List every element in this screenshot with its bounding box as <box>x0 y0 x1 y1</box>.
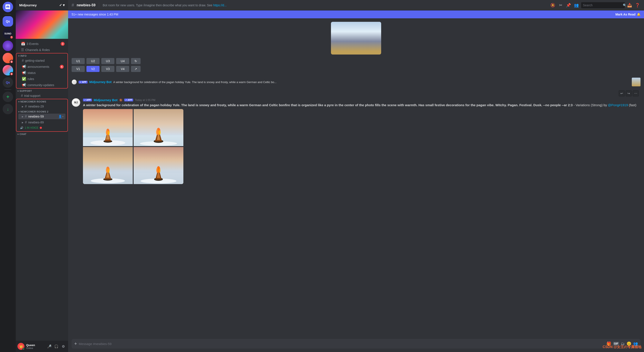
gift-button[interactable]: 🎁 <box>606 341 611 346</box>
forward-button[interactable]: ↪ <box>626 90 632 96</box>
v3-button[interactable]: V3 <box>101 66 114 72</box>
channels-roles-label: Channels & Roles <box>25 48 64 52</box>
emoji-button[interactable]: 😊 <box>626 341 631 346</box>
server-icon-red[interactable]: 6 <box>2 53 13 63</box>
u4-button[interactable]: U4 <box>116 58 129 64</box>
server-icon-suno[interactable]: SUNO 7 <box>2 28 13 39</box>
server-label-suno: SUNO <box>4 32 11 35</box>
notification-icon: 🔕 <box>119 99 122 102</box>
expand-arrow-89: ▶ <box>22 121 24 124</box>
channel-getting-started[interactable]: # getting-started <box>18 58 66 63</box>
messages-area: U1 U2 U3 U4 ↻ V1 V2 V3 V4 ↗ MJ ✓ APP Mid… <box>68 18 644 339</box>
image-cell-1[interactable] <box>83 109 133 146</box>
compact-message: MJ ✓ APP Midjourney Bot A winter backgro… <box>72 77 640 87</box>
channel-newbies-29[interactable]: ▶ # newbies-29 <box>18 104 66 109</box>
message-input[interactable] <box>79 342 605 346</box>
u2-button[interactable]: U2 <box>86 58 100 64</box>
server-separator-2 <box>4 89 11 90</box>
channel-name-rules: rules <box>28 77 64 81</box>
channel-name-newbies-59: newbies-59 <box>28 115 57 118</box>
server-icon-qs2[interactable]: Qs <box>2 77 13 88</box>
red-notification-badge: 6 <box>10 60 14 64</box>
inbox-button[interactable]: 📥 <box>626 2 633 8</box>
username: Queen <box>26 344 44 347</box>
svg-point-8 <box>106 130 108 135</box>
message-avatar-mj: MJ <box>72 98 80 107</box>
new-messages-text: 51+ new messages since 1:43 PM <box>72 13 118 16</box>
channel-newbies-89[interactable]: ▶ # newbies-89 <box>18 119 66 125</box>
message-mention[interactable]: @Pong#1919 <box>608 103 628 107</box>
message-content: ✓ APP Midjourney Bot 🔕 ✓ APP Today at 1:… <box>83 98 640 184</box>
mute-button[interactable]: 🎤̶ <box>46 343 52 350</box>
category-arrow-support: ▾ <box>18 90 19 92</box>
v1-button[interactable]: V1 <box>72 66 85 72</box>
search-bar[interactable]: 🔍 <box>581 2 625 8</box>
server-icon-discord-home[interactable] <box>2 2 13 12</box>
channel-announcements[interactable]: 📢 announcements 6 <box>18 64 66 69</box>
user-avatar-icon: 👑 <box>19 345 23 348</box>
topic-link[interactable]: https://d... <box>213 3 226 7</box>
help-button[interactable]: ❓ <box>634 2 640 8</box>
compact-author: Midjourney Bot <box>89 80 112 84</box>
image-cell-2[interactable] <box>134 109 184 146</box>
main-content: # newbies-59 Bot room for new users. Typ… <box>68 0 644 352</box>
image-cell-4[interactable] <box>134 147 184 184</box>
channel-newbies-59[interactable]: ▶ # newbies-59 👤+ <box>18 114 66 119</box>
add-member-button[interactable]: 👥 <box>573 2 580 8</box>
mute-channel-button[interactable]: ✂ <box>558 2 564 8</box>
add-user-icon-59[interactable]: 👤+ <box>58 115 64 118</box>
events-item[interactable]: 📅 3 Events 3 <box>18 41 66 47</box>
calendar-icon: 📅 <box>21 42 25 46</box>
server-header[interactable]: Midjourney ✓ ▾ <box>16 0 68 10</box>
user-status-dot <box>22 348 25 350</box>
category-newcomer-rooms-2[interactable]: ▾ NEWCOMER ROOMS 2 <box>16 109 67 113</box>
user-area: 👑 Queen Online 🎤̶ 🎧 ⚙ <box>16 341 68 352</box>
server-icon-purple[interactable] <box>2 40 13 51</box>
message-timestamp: Today at 1:55 PM <box>135 99 155 102</box>
category-chat[interactable]: ▾ CHAT <box>16 132 68 136</box>
settings-button[interactable]: ⚙ <box>60 343 66 350</box>
search-icon: 🔍 <box>623 3 626 7</box>
category-arrow-newcomer-2: ▾ <box>18 111 20 113</box>
channels-roles-item[interactable]: ☰ Channels & Roles <box>18 47 66 53</box>
search-input[interactable] <box>583 3 621 7</box>
compact-app-badge: ✓ APP <box>78 81 88 83</box>
category-support[interactable]: ▾ SUPPORT <box>16 89 68 93</box>
add-server-button[interactable]: + <box>2 92 13 102</box>
sticker-button[interactable]: 🗂 <box>621 342 625 346</box>
svg-point-35 <box>156 168 158 173</box>
bell-icon: 🔔 <box>637 13 640 16</box>
v2-button[interactable]: V2 <box>86 66 100 72</box>
u3-button[interactable]: U3 <box>101 58 114 64</box>
channel-rules[interactable]: ✅ rules <box>18 76 66 82</box>
category-label-chat: CHAT <box>20 133 27 135</box>
open-button[interactable]: ↗ <box>131 66 140 72</box>
bell-slash-button[interactable]: 🔕 <box>550 2 556 8</box>
image-cell-3[interactable] <box>83 147 133 184</box>
add-attachment-button[interactable]: + <box>74 341 77 347</box>
add-people-button[interactable]: 👥 <box>633 341 638 346</box>
channel-trial-support[interactable]: # trial-support <box>18 93 66 99</box>
reply-button[interactable]: ↩ <box>619 90 625 96</box>
server-icon-qs[interactable]: Qs <box>2 16 13 27</box>
more-button[interactable]: ⋯ <box>633 90 639 96</box>
pin-button[interactable]: 📌 <box>566 2 572 8</box>
refresh-button[interactable]: ↻ <box>131 58 140 64</box>
mark-as-read-button[interactable]: Mark As Read 🔔 <box>616 13 640 16</box>
deafen-button[interactable]: 🎧 <box>53 343 60 350</box>
voice-user-dot <box>40 127 42 129</box>
message-input-box: + 🎁 GIF 🗂 😊 👥 <box>72 339 640 349</box>
category-info[interactable]: ▾ INFO <box>16 54 67 57</box>
server-icon-rainbow[interactable]: 6 <box>2 65 13 75</box>
download-icon: ↓ <box>7 107 9 112</box>
channel-status[interactable]: 📢 status <box>18 70 66 76</box>
v4-button[interactable]: V4 <box>116 66 129 72</box>
gif-button[interactable]: GIF <box>613 342 619 346</box>
add-server-icon: + <box>6 94 10 100</box>
category-label-support: SUPPORT <box>20 90 32 92</box>
channel-header-name: newbies-59 <box>77 3 96 7</box>
download-button[interactable]: ↓ <box>2 104 13 114</box>
u1-button[interactable]: U1 <box>72 58 85 64</box>
category-newcomer-rooms[interactable]: ▾ NEWCOMER ROOMS <box>16 99 67 103</box>
channel-community-updates[interactable]: 📢 community-updates <box>18 82 66 88</box>
